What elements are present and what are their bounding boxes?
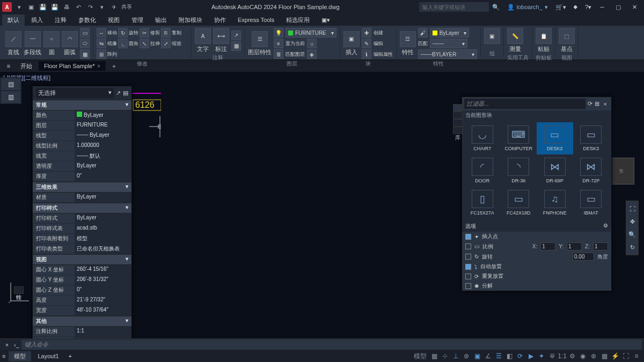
block-item-ibmat[interactable]: ▭IBMAT (573, 187, 610, 219)
nav-wheel-icon[interactable]: ⛶ (627, 203, 637, 214)
block-item-fc15x27a[interactable]: ▯FC15X27A (464, 187, 501, 219)
layer-match-icon[interactable]: ≡ (274, 39, 283, 48)
layer-state-icon[interactable]: ☼ (307, 39, 317, 48)
block-item-computer[interactable]: ⌨COMPUTER (501, 122, 537, 154)
share-icon[interactable]: ✈ (109, 3, 118, 11)
polar-icon[interactable]: ⊛ (461, 352, 472, 360)
ltype-select[interactable]: ─── BYLAYER (418, 49, 477, 59)
qat-plot-icon[interactable]: 🖶 (62, 3, 71, 11)
scale-x-input[interactable] (540, 242, 555, 250)
lweight-status-icon[interactable]: ☰ (493, 352, 504, 360)
cb-insertpoint[interactable] (465, 234, 471, 240)
tab-floorplan[interactable]: Floor Plan Sample*× (39, 61, 106, 71)
snap-icon[interactable]: ⊹ (440, 352, 450, 360)
ellipse-icon[interactable]: ⬭ (80, 39, 90, 48)
close-tab-icon[interactable]: × (97, 63, 100, 69)
cleanscreen-icon[interactable]: ⛶ (620, 352, 631, 360)
cart-icon[interactable]: 🛒▾ (555, 4, 566, 11)
create-block-icon[interactable]: ✚ (362, 28, 371, 38)
rotate-button[interactable]: ↻ (118, 28, 128, 38)
options-gear-icon[interactable]: ⚙ (603, 223, 608, 230)
minimize-button[interactable]: ─ (595, 2, 610, 12)
add-layout-icon[interactable]: + (65, 353, 75, 359)
dim-button[interactable]: ⟷标注 (213, 28, 229, 53)
cb-autoplace[interactable] (465, 264, 471, 270)
search-input[interactable] (419, 2, 489, 12)
qselect-icon[interactable]: ▤ (123, 90, 128, 97)
cb-repeat[interactable] (465, 274, 471, 279)
section-other[interactable]: 其他▾ (33, 316, 131, 327)
nav-orbit-icon[interactable]: ↻ (627, 242, 637, 253)
osnap-icon[interactable]: ▣ (472, 352, 482, 360)
hwaccel-icon[interactable]: ⚡ (610, 352, 620, 360)
qat-new-icon[interactable]: ▾ (15, 3, 24, 11)
qat-saveas-icon[interactable]: 💾 (50, 3, 59, 11)
vtab-fav[interactable]: 收藏夹 (453, 119, 463, 127)
cb-explode[interactable] (465, 283, 471, 289)
rect-icon[interactable]: ▭ (80, 28, 90, 38)
new-tab-button[interactable]: ＋ (107, 61, 121, 72)
tab-layout1[interactable]: Layout1 (32, 352, 64, 360)
move-button[interactable]: ↔ (97, 28, 106, 38)
layer-prev-icon[interactable]: ≣ (274, 49, 283, 59)
maximize-button[interactable]: ▢ (611, 2, 626, 12)
layer-iso-icon[interactable]: ◈ (307, 49, 317, 59)
tab-collab[interactable]: 协作 (209, 14, 231, 26)
layerprops-button[interactable]: ☰图层特性 (248, 31, 272, 56)
nav-zoom-icon[interactable]: 🔍 (627, 229, 637, 240)
nav-pan-icon[interactable]: ✥ (627, 216, 637, 227)
section-3d[interactable]: 三维效果▾ (33, 182, 131, 193)
paste-button[interactable]: 📋粘贴 (536, 28, 552, 53)
vtab-recent[interactable]: 最近使用的项目 (453, 112, 463, 119)
leader-icon[interactable]: ↗ (231, 31, 241, 40)
block-item-desk2[interactable]: ▭DESK2 (537, 122, 573, 154)
tab-start[interactable]: 开始 (15, 61, 38, 72)
layout-menu-icon[interactable]: ≡ (2, 353, 5, 359)
app-icon[interactable]: A (2, 2, 12, 12)
hatch-icon[interactable]: ▦ (80, 49, 90, 59)
vtab-current[interactable]: 当前图形块 (453, 104, 463, 112)
color-select[interactable]: ByLayer (430, 28, 470, 38)
line-button[interactable]: ／直线 (5, 31, 21, 56)
iso-icon[interactable]: ▦ (599, 352, 610, 360)
tab-output[interactable]: 输出 (150, 14, 172, 26)
scale-label[interactable]: 1:1 (558, 352, 567, 360)
tab-default[interactable]: 默认 (2, 14, 25, 26)
share-label[interactable]: 共享 (121, 3, 132, 11)
annoscale-icon[interactable]: ⟱ (547, 352, 558, 360)
match-props-icon[interactable]: 🖌 (418, 28, 428, 38)
autodesk-icon[interactable]: ⯁ (573, 4, 579, 10)
units-icon[interactable]: ⊕ (588, 352, 599, 360)
block-close-icon[interactable]: × (602, 101, 609, 107)
vtab-lib[interactable]: 库 (453, 127, 463, 134)
mirror-button[interactable]: ⇋ (97, 39, 106, 48)
arc-button[interactable]: ◠圆弧 (62, 31, 78, 56)
otrack-icon[interactable]: ∠ (482, 352, 493, 360)
cmd-close-icon[interactable]: × (2, 342, 12, 348)
tab-annotate[interactable]: 注释 (49, 14, 72, 26)
ammon-icon[interactable]: ◉ (577, 352, 588, 360)
tab-addins[interactable]: 附加模块 (173, 14, 208, 26)
array-button[interactable]: ⊞ (97, 49, 106, 59)
tab-model[interactable]: 模型 (9, 351, 31, 361)
angle-input[interactable] (573, 253, 594, 261)
measure-button[interactable]: 📏测量 (507, 28, 523, 53)
qat-open-icon[interactable]: ▣ (27, 3, 35, 11)
ortho-icon[interactable]: ⊥ (450, 352, 461, 360)
block-item-desk3[interactable]: ▭DESK3 (573, 122, 610, 154)
selcycle-icon[interactable]: ⟳ (515, 352, 525, 360)
table-icon[interactable]: ▦ (231, 41, 241, 51)
dynamic-icon[interactable]: ▶ (525, 352, 536, 360)
cb-rotate[interactable] (465, 254, 471, 260)
tab-parametric[interactable]: 参数化 (73, 14, 101, 26)
block-refresh-icon[interactable]: ⟳ (588, 100, 592, 107)
block-item-dr-36[interactable]: ◝DR-36 (501, 154, 537, 187)
side-icon-2[interactable]: ▥ (1, 91, 20, 103)
transparency-icon[interactable]: ◧ (504, 352, 515, 360)
insert-button[interactable]: ▣插入 (343, 31, 360, 56)
help-icon[interactable]: ?▾ (585, 4, 591, 11)
props-button[interactable]: ☲特性 (400, 31, 416, 56)
ribbon-expand-icon[interactable]: ▣▾ (316, 15, 335, 25)
quickprops-icon[interactable]: ✦ (536, 352, 547, 360)
fillet-button[interactable]: ◟ (118, 39, 128, 48)
